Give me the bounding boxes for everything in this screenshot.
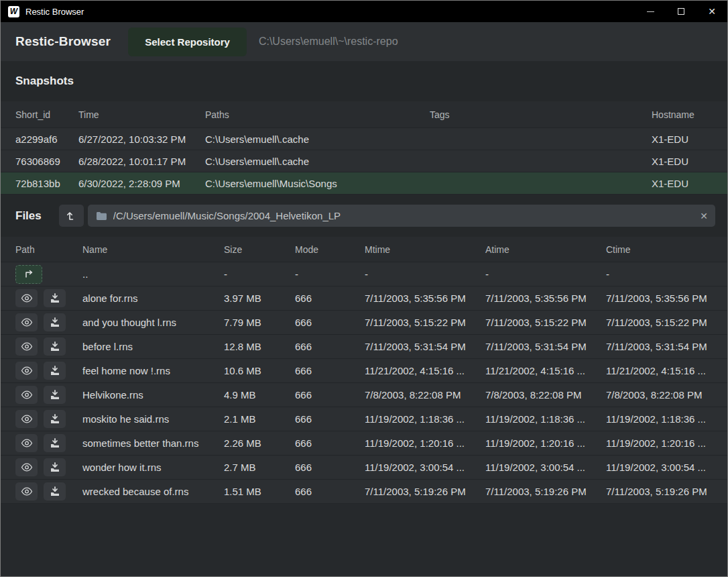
file-mtime: 7/8/2003, 8:22:08 PM	[365, 389, 485, 401]
file-size: 2.7 MB	[224, 462, 295, 473]
files-table-header: Path Name Size Mode Mtime Atime Ctime	[1, 237, 727, 262]
empty-area	[1, 504, 727, 576]
view-file-button[interactable]	[15, 482, 38, 501]
file-mtime: 7/11/2003, 5:15:22 PM	[365, 317, 485, 328]
file-ctime: 11/21/2002, 4:15:16 ...	[606, 365, 713, 376]
download-file-button[interactable]	[44, 434, 66, 452]
file-mode: 666	[295, 389, 365, 401]
download-file-button[interactable]	[44, 386, 66, 404]
current-path-input[interactable]: /C/Users/emuell/Music/Songs/2004_Helveti…	[113, 210, 692, 221]
maximize-icon	[678, 8, 684, 15]
file-row[interactable]: and you thought l.rns 7.79 MB 666 7/11/2…	[1, 310, 727, 334]
file-row[interactable]: alone for.rns 3.97 MB 666 7/11/2003, 5:3…	[1, 286, 727, 310]
snapshot-row[interactable]: a2299af6 6/27/2022, 10:03:32 PM C:\Users…	[1, 127, 727, 150]
file-atime: 7/11/2003, 5:19:26 PM	[485, 486, 606, 497]
download-file-button[interactable]	[44, 289, 66, 307]
file-size: 2.26 MB	[224, 437, 295, 449]
file-ctime: 11/19/2002, 1:18:36 ...	[606, 413, 713, 425]
file-mode: 666	[295, 413, 365, 425]
view-file-button[interactable]	[15, 337, 38, 356]
file-mtime: 11/19/2002, 1:18:36 ...	[365, 413, 485, 425]
snapshots-table-header: Short_id Time Paths Tags Hostname	[1, 101, 727, 127]
file-name: Helvikone.rns	[82, 389, 224, 401]
file-atime: 11/19/2002, 1:18:36 ...	[485, 413, 606, 425]
snapshot-row-selected[interactable]: 72b813bb 6/30/2022, 2:28:09 PM C:\Users\…	[1, 172, 727, 194]
col-time: Time	[78, 109, 205, 120]
snapshot-row[interactable]: 76306869 6/28/2022, 10:01:17 PM C:\Users…	[1, 150, 727, 172]
download-file-button[interactable]	[44, 410, 66, 428]
view-file-button[interactable]	[15, 362, 38, 380]
file-atime: 11/19/2002, 1:20:16 ...	[485, 437, 606, 449]
file-mtime: -	[365, 268, 485, 280]
parent-directory-row[interactable]: .. - - - - -	[1, 262, 727, 286]
file-size: 12.8 MB	[224, 341, 295, 352]
eye-icon	[21, 390, 33, 399]
close-button[interactable]: ✕	[696, 1, 727, 22]
eye-icon	[21, 415, 33, 423]
go-parent-directory-button[interactable]	[15, 265, 42, 284]
file-size: 3.97 MB	[224, 293, 295, 304]
view-file-button[interactable]	[15, 434, 38, 452]
view-file-button[interactable]	[15, 289, 38, 307]
col-paths: Paths	[205, 109, 430, 120]
file-name: sometimes better than.rns	[82, 437, 224, 449]
file-row[interactable]: wrecked because of.rns 1.51 MB 666 7/11/…	[1, 479, 727, 503]
download-icon	[50, 366, 60, 376]
view-file-button[interactable]	[15, 386, 38, 404]
files-table-body: .. - - - - -	[1, 262, 727, 504]
eye-icon	[21, 342, 33, 351]
maximize-button[interactable]	[666, 1, 696, 22]
eye-icon	[21, 294, 33, 303]
file-ctime: 11/19/2002, 3:00:54 ...	[606, 462, 713, 473]
file-row[interactable]: sometimes better than.rns 2.26 MB 666 11…	[1, 431, 727, 455]
download-file-button[interactable]	[44, 337, 66, 356]
snapshot-short-id: 72b813bb	[15, 178, 78, 189]
file-mode: 666	[295, 462, 365, 473]
view-file-button[interactable]	[15, 458, 38, 476]
file-size: 1.51 MB	[224, 486, 295, 497]
col-atime: Atime	[485, 244, 606, 255]
minimize-button[interactable]	[635, 1, 666, 22]
download-icon	[50, 462, 60, 472]
file-ctime: 7/8/2003, 8:22:08 PM	[606, 389, 713, 401]
up-arrow-icon	[66, 210, 76, 221]
file-row[interactable]: feel home now !.rns 10.6 MB 666 11/21/20…	[1, 358, 727, 382]
snapshots-section-header: Snapshots	[1, 61, 727, 101]
window-title: Restic Browser	[25, 7, 84, 17]
download-file-button[interactable]	[44, 362, 66, 380]
clear-path-button[interactable]: ✕	[692, 205, 715, 227]
download-file-button[interactable]	[44, 458, 66, 476]
file-atime: 11/21/2002, 4:15:16 ...	[485, 365, 606, 376]
file-row[interactable]: wonder how it.rns 2.7 MB 666 11/19/2002,…	[1, 455, 727, 479]
file-row[interactable]: moskito he said.rns 2.1 MB 666 11/19/200…	[1, 407, 727, 431]
select-repository-button[interactable]: Select Repository	[128, 28, 247, 56]
file-atime: 7/8/2003, 8:22:08 PM	[485, 389, 606, 401]
eye-icon	[21, 487, 33, 496]
snapshot-time: 6/28/2022, 10:01:17 PM	[78, 156, 205, 167]
download-file-button[interactable]	[44, 313, 66, 331]
file-mode: 666	[295, 365, 365, 376]
parent-directory-icon	[23, 269, 35, 279]
snapshot-short-id: a2299af6	[15, 134, 78, 145]
col-mode: Mode	[295, 244, 365, 255]
download-file-button[interactable]	[44, 482, 66, 501]
file-row[interactable]: before l.rns 12.8 MB 666 7/11/2003, 5:31…	[1, 334, 727, 358]
snapshot-time: 6/27/2022, 10:03:32 PM	[78, 134, 205, 145]
file-ctime: -	[606, 268, 713, 280]
file-atime: 7/11/2003, 5:31:54 PM	[485, 341, 606, 352]
snapshot-paths: C:\Users\emuell\.cache	[205, 156, 430, 167]
col-mtime: Mtime	[365, 244, 485, 255]
view-file-button[interactable]	[15, 313, 38, 331]
go-up-directory-button[interactable]	[59, 205, 84, 227]
file-name: alone for.rns	[82, 293, 224, 304]
file-size: 10.6 MB	[224, 365, 295, 376]
file-name: ..	[82, 268, 224, 280]
files-heading: Files	[15, 209, 42, 223]
snapshot-paths: C:\Users\emuell\.cache	[205, 134, 430, 145]
file-row[interactable]: Helvikone.rns 4.9 MB 666 7/8/2003, 8:22:…	[1, 382, 727, 407]
view-file-button[interactable]	[15, 410, 38, 428]
file-mtime: 11/21/2002, 4:15:16 ...	[365, 365, 485, 376]
current-path-bar[interactable]: /C/Users/emuell/Music/Songs/2004_Helveti…	[88, 205, 715, 227]
file-atime: 7/11/2003, 5:15:22 PM	[485, 317, 606, 328]
snapshot-paths: C:\Users\emuell\Music\Songs	[205, 178, 430, 189]
